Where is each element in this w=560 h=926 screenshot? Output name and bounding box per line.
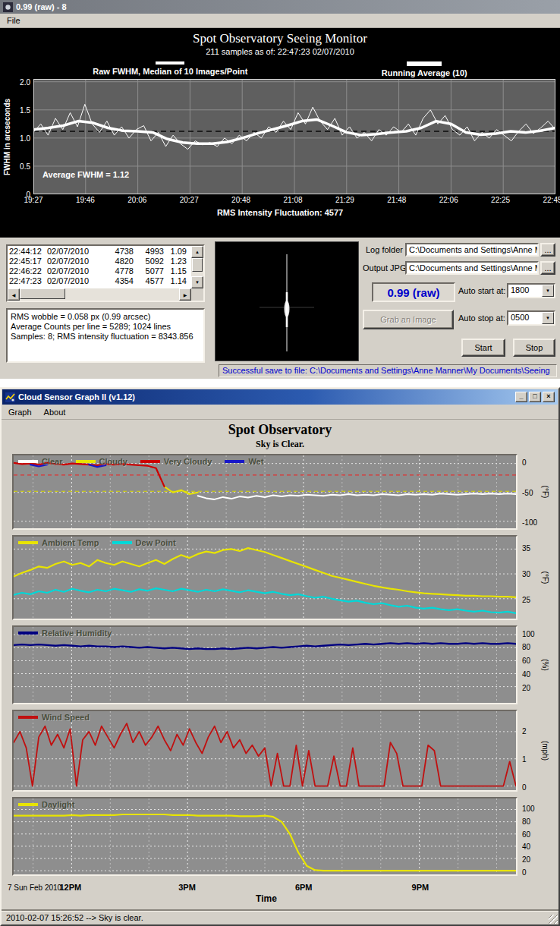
close-button[interactable]: × — [543, 392, 555, 402]
chart-legend: ClearCloudyVery CloudyWet — [18, 457, 263, 466]
y-tick-label: -50 — [522, 488, 533, 496]
rms-info-textbox[interactable]: RMS wobble = 0.058 px (0.99 arcsec)Avera… — [6, 308, 205, 363]
list-cell: 1.15 — [164, 266, 187, 276]
maximize-button[interactable]: □ — [529, 392, 541, 402]
y-axis-ticks: 210(mph) — [518, 710, 551, 792]
x-tick-label: 19:46 — [76, 196, 95, 204]
list-cell: 1.09 — [164, 247, 187, 257]
horizontal-scrollbar[interactable]: ◀ ▶ — [8, 288, 191, 301]
panel-wind: Wind Speed 210(mph) — [12, 710, 551, 792]
seeing-monitor-window: 0.99 (raw) - 8 File Spot Observatory See… — [0, 0, 560, 377]
legend-label: Ambient Temp — [42, 538, 99, 547]
output-jpg-input[interactable]: C:\Documents and Settings\Anne Manner — [405, 261, 539, 275]
log-folder-browse-button[interactable]: ... — [540, 243, 555, 257]
y-axis-ticks: 0-50-100(°F) — [518, 454, 551, 530]
y-axis-unit: (mph) — [541, 741, 549, 761]
y-tick-label: 2 — [522, 726, 527, 735]
x-tick-label: 21:48 — [387, 196, 406, 204]
list-cell: 5092 — [134, 257, 164, 266]
seeing-reading-display: 0.99 (raw) — [372, 282, 455, 302]
y-tick-label: 80 — [522, 643, 530, 651]
resize-grip[interactable] — [549, 915, 558, 924]
list-cell: 22:44:12 — [9, 247, 47, 257]
list-cell: 22:45:17 — [9, 257, 47, 266]
y-tick-label: 25 — [522, 595, 530, 603]
cloud-condition-chart: ClearCloudyVery CloudyWet — [14, 455, 516, 528]
x-axis-row: 7 Sun Feb 2010 12PM 3PM 6PM 9PM — [12, 882, 518, 893]
x-tick-label: 12PM — [59, 883, 81, 892]
panel-daylight: Daylight 100806040200 — [12, 797, 551, 876]
list-row[interactable]: 22:47:2302/07/2010435445771.14S — [9, 276, 190, 286]
list-cell: 4778 — [103, 266, 134, 276]
seeing-controls-area: 22:44:1202/07/2010473849931.09S22:45:170… — [0, 238, 560, 379]
stop-button[interactable]: Stop — [513, 339, 555, 357]
page-title: Spot Observatory — [2, 422, 558, 438]
output-jpg-browse-button[interactable]: ... — [540, 261, 555, 275]
window-title: 0.99 (raw) - 8 — [16, 2, 557, 11]
legend-label: Daylight — [42, 800, 74, 809]
panel-temperature: Ambient TempDew Point 353025(°F) — [12, 535, 551, 620]
scroll-right-button[interactable]: ▶ — [179, 288, 191, 301]
chart-title: Spot Observatory Seeing Monitor — [3, 31, 557, 46]
menu-graph[interactable]: Graph — [3, 406, 37, 418]
samples-listbox[interactable]: 22:44:1202/07/2010473849931.09S22:45:170… — [6, 244, 205, 302]
auto-start-combo[interactable]: 1800 ▼ — [507, 283, 555, 298]
daylight-chart: Daylight — [14, 798, 516, 874]
log-folder-input[interactable]: C:\Documents and Settings\Anne Manner — [405, 243, 539, 257]
dropdown-arrow-icon[interactable]: ▼ — [542, 312, 554, 324]
start-button[interactable]: Start — [461, 339, 505, 357]
y-tick-label: 0 — [522, 458, 527, 467]
legend-swatch — [18, 460, 38, 463]
legend-swatch — [18, 803, 38, 806]
y-tick-label: 40 — [522, 670, 530, 679]
legend-swatch — [112, 541, 132, 544]
y-tick-label: 1 — [522, 755, 527, 764]
y-tick-label: 80 — [522, 817, 530, 825]
dropdown-arrow-icon[interactable]: ▼ — [542, 285, 554, 297]
y-axis-title: FWHM in arcseconds — [3, 79, 14, 194]
scrollbar-corner — [191, 288, 203, 301]
vertical-scrollbar[interactable]: ▲ ▼ — [191, 246, 203, 288]
menu-about[interactable]: About — [39, 406, 71, 418]
legend-item: Daylight — [18, 800, 74, 809]
y-tick-label: 30 — [522, 569, 530, 578]
grab-image-button[interactable]: Grab an Image — [363, 310, 454, 329]
list-row[interactable]: 22:46:2202/07/2010477850771.15S — [9, 266, 190, 276]
y-tick-label: 100 — [522, 629, 535, 638]
scroll-up-button[interactable]: ▲ — [191, 246, 203, 258]
chart-legend: Relative Humidity — [18, 628, 112, 638]
list-row[interactable]: 22:44:1202/07/2010473849931.09S — [9, 247, 190, 257]
horizontal-scroll-track[interactable] — [65, 288, 179, 301]
seeing-menubar: File — [0, 14, 560, 28]
y-tick-label: 20 — [522, 683, 530, 691]
list-cell: 4993 — [134, 247, 164, 257]
y-axis-unit: (°F) — [541, 572, 549, 584]
cloud-sensor-window: Cloud Sensor Graph II (v1.12) _ □ × Grap… — [0, 387, 560, 926]
scroll-left-button[interactable]: ◀ — [8, 288, 20, 301]
list-cell: 4577 — [134, 276, 164, 286]
horizontal-scroll-thumb[interactable] — [20, 288, 65, 299]
cloud-titlebar[interactable]: Cloud Sensor Graph II (v1.12) _ □ × — [2, 389, 558, 405]
list-cell: 02/07/2010 — [47, 276, 103, 286]
y-tick-label: 40 — [522, 843, 530, 851]
scroll-down-button[interactable]: ▼ — [191, 276, 203, 288]
y-tick-label: 0 — [522, 868, 527, 876]
legend-swatch-average — [407, 61, 442, 66]
seeing-chart-area: Spot Observatory Seeing Monitor 211 samp… — [0, 28, 560, 238]
vertical-scroll-thumb[interactable] — [192, 258, 203, 272]
legend-label: Cloudy — [99, 457, 127, 466]
text-line: RMS wobble = 0.058 px (0.99 arcsec) — [11, 312, 200, 322]
chart-legend: Daylight — [18, 800, 74, 809]
x-tick-label: 20:06 — [127, 196, 146, 204]
humidity-chart: Relative Humidity — [14, 627, 516, 703]
y-tick-label: 35 — [522, 543, 530, 552]
auto-stop-combo[interactable]: 0500 ▼ — [507, 310, 555, 326]
list-row[interactable]: 22:45:1702/07/2010482050921.23S — [9, 257, 190, 266]
legend-item: Ambient Temp — [18, 538, 99, 547]
menu-file[interactable]: File — [2, 14, 26, 27]
date-label: 7 Sun Feb 2010 — [8, 883, 61, 892]
legend-item: Relative Humidity — [18, 628, 112, 638]
seeing-titlebar[interactable]: 0.99 (raw) - 8 — [0, 0, 560, 14]
legend-label: Relative Humidity — [42, 628, 112, 638]
minimize-button[interactable]: _ — [515, 392, 527, 402]
